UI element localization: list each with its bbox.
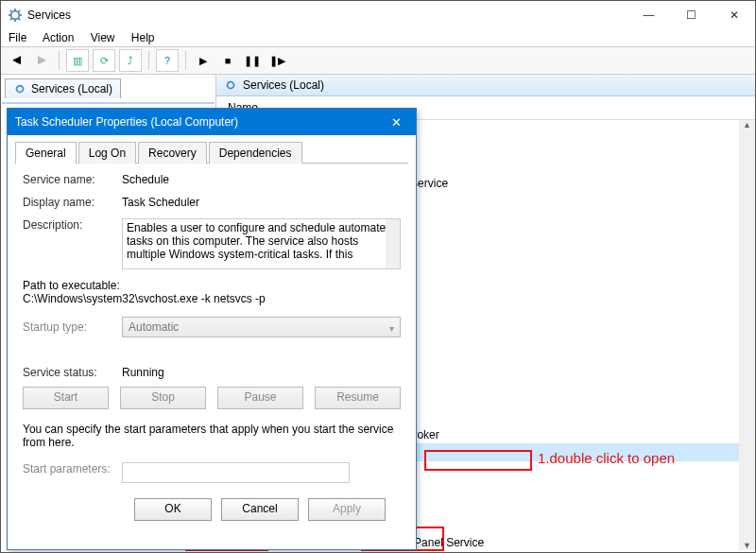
nav-fwd-button[interactable]: ⯈ [31,50,52,71]
svg-point-9 [17,86,24,93]
window-title: Services [27,9,627,22]
label-description: Description: [23,218,122,232]
apply-button[interactable]: Apply [308,498,386,521]
svg-line-7 [19,10,21,12]
services-window: Services — ☐ ✕ File Action View Help ⯇ ⯈… [0,0,756,553]
stop-button[interactable]: ■ [217,50,238,71]
list-header-label: Services (Local) [243,78,324,92]
cancel-button[interactable]: Cancel [221,498,299,521]
properties-dialog: Task Scheduler Properties (Local Compute… [7,108,417,550]
svg-line-8 [10,19,12,21]
value-display-name: Task Scheduler [122,196,401,209]
description-box[interactable]: Enables a user to configure and schedule… [122,218,401,269]
close-button[interactable]: ✕ [713,1,755,29]
start-button[interactable]: Start [23,387,109,409]
label-service-status: Service status: [23,366,122,379]
titlebar: Services — ☐ ✕ [1,1,755,29]
tab-general[interactable]: General [15,142,77,164]
resume-button[interactable]: Resume [315,387,401,409]
tree-label: Services (Local) [31,82,112,95]
desc-scrollbar[interactable] [386,219,400,268]
value-service-status: Running [122,366,164,379]
export-button[interactable]: ⤴ [119,49,142,72]
menubar: File Action View Help [1,29,755,46]
minimize-button[interactable]: — [627,1,670,29]
value-path: C:\Windows\system32\svchost.exe -k netsv… [23,292,401,305]
menu-file[interactable]: File [9,31,26,44]
annotation-text-step1: 1.double click to open [538,450,675,466]
startup-type-select[interactable]: Automatic [122,317,401,337]
label-start-params: Start parameters: [23,462,122,475]
label-startup-type: Startup type: [23,320,122,334]
label-service-name: Service name: [23,173,122,186]
svg-point-10 [228,82,234,89]
value-service-name: Schedule [122,173,401,186]
dialog-titlebar: Task Scheduler Properties (Local Compute… [8,109,416,135]
stop-button[interactable]: Stop [120,387,206,409]
tab-recovery[interactable]: Recovery [138,142,207,164]
label-display-name: Display name: [23,196,122,209]
vertical-scrollbar[interactable]: ▲ ▼ [739,120,755,550]
window-buttons: — ☐ ✕ [627,1,755,29]
list-header-local: Services (Local) [216,75,755,96]
pause-button[interactable]: ❚❚ [242,50,263,71]
refresh-button[interactable]: ⟳ [93,49,115,72]
dialog-title: Task Scheduler Properties (Local Compute… [15,115,384,129]
menu-help[interactable]: Help [131,31,155,44]
tab-log-on[interactable]: Log On [78,142,136,164]
annotation-box-task-scheduler [424,450,532,471]
nav-back-button[interactable]: ⯇ [7,50,27,71]
svg-line-6 [19,19,21,21]
svg-point-0 [11,11,20,20]
label-path: Path to executable: [23,279,401,292]
play-button[interactable]: ▶ [193,50,214,71]
gear-icon [224,78,237,92]
value-description: Enables a user to configure and schedule… [127,221,392,261]
tree-services-local[interactable]: Services (Local) [5,78,121,98]
dialog-body: Service name: Schedule Display name: Tas… [8,164,416,530]
start-params-input[interactable] [122,462,350,483]
tab-dependencies[interactable]: Dependencies [209,142,302,164]
dialog-tabs: General Log On Recovery Dependencies [15,141,408,164]
svg-line-5 [10,10,12,12]
help-button[interactable]: ? [156,49,179,72]
scroll-up-icon[interactable]: ▲ [743,120,751,130]
value-startup-type: Automatic [129,320,179,334]
toolbar-icon-1[interactable]: ▥ [66,49,89,72]
menu-action[interactable]: Action [43,31,74,44]
dialog-close-button[interactable]: ✕ [384,115,408,130]
app-icon [9,9,22,22]
pause-button[interactable]: Pause [217,387,303,409]
start-params-note: You can specify the start parameters tha… [23,423,401,449]
maximize-button[interactable]: ☐ [670,1,713,29]
restart-button[interactable]: ❚▶ [266,50,287,71]
menu-view[interactable]: View [91,31,115,44]
ok-button[interactable]: OK [134,498,212,521]
gear-icon [13,82,26,95]
scroll-down-icon[interactable]: ▼ [743,541,751,550]
toolbar: ⯇ ⯈ ▥ ⟳ ⤴ ? ▶ ■ ❚❚ ❚▶ [1,46,755,75]
